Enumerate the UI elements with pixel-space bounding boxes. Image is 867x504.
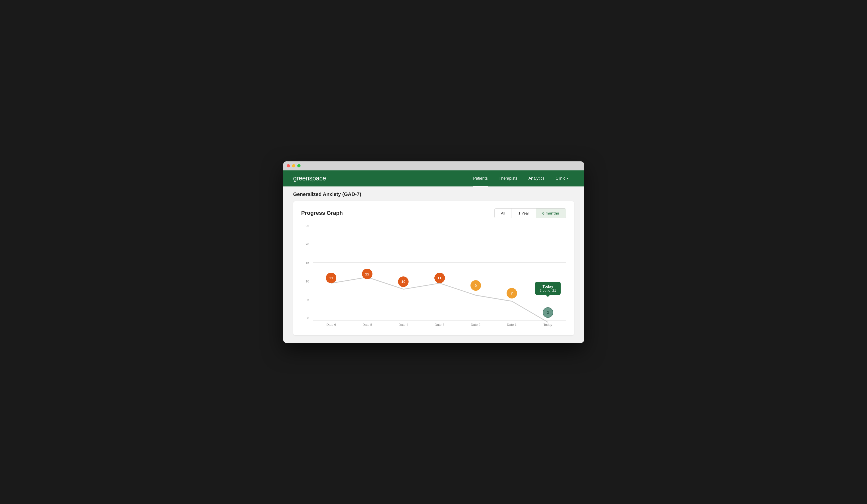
data-point-date5[interactable]: 12 [362, 269, 373, 279]
x-label-date3: Date 3 [421, 323, 458, 326]
nav-clinic[interactable]: Clinic ▾ [550, 170, 574, 186]
x-label-date6: Date 6 [313, 323, 350, 326]
close-button[interactable] [287, 164, 290, 168]
app-logo: greenspace [293, 174, 326, 182]
chart-area: 25 20 15 10 5 0 [301, 224, 566, 329]
y-label-0: 0 [307, 316, 311, 320]
chart-header: Progress Graph All 1 Year 6 months [301, 208, 566, 218]
data-point-date1[interactable]: 7 [506, 288, 517, 299]
y-label-20: 20 [306, 242, 311, 246]
x-label-date4: Date 4 [385, 323, 421, 326]
x-label-date2: Date 2 [458, 323, 494, 326]
app-content: Generalized Anxiety (GAD-7) Progress Gra… [283, 186, 584, 343]
tooltip-title: Today [540, 284, 556, 288]
y-label-10: 10 [306, 279, 311, 283]
x-label-date5: Date 5 [350, 323, 385, 326]
x-axis: Date 6 Date 5 Date 4 Date 3 Date 2 Date … [313, 320, 566, 329]
nav-therapists[interactable]: Therapists [493, 170, 523, 186]
app-header: greenspace Patients Therapists Analytics… [283, 170, 584, 186]
chart-card: Progress Graph All 1 Year 6 months 25 20… [293, 201, 574, 335]
tooltip: Today 2 out of 21 [535, 282, 561, 295]
time-filter: All 1 Year 6 months [494, 208, 566, 218]
chevron-down-icon: ▾ [567, 177, 568, 180]
chart-plot: 11 12 10 11 9 [313, 224, 566, 320]
data-point-date2[interactable]: 9 [470, 280, 481, 291]
chart-title: Progress Graph [301, 210, 343, 216]
data-point-today[interactable]: 2 [543, 307, 553, 318]
filter-all[interactable]: All [494, 208, 512, 218]
chart-line [331, 277, 548, 322]
nav-patients[interactable]: Patients [468, 170, 493, 186]
main-nav: Patients Therapists Analytics Clinic ▾ [468, 170, 574, 186]
nav-analytics[interactable]: Analytics [523, 170, 550, 186]
data-point-date4[interactable]: 10 [398, 277, 409, 287]
titlebar [283, 161, 584, 170]
filter-1year[interactable]: 1 Year [512, 208, 536, 218]
mac-window: greenspace Patients Therapists Analytics… [283, 161, 584, 343]
section-title: Generalized Anxiety (GAD-7) [293, 192, 574, 197]
data-point-date3[interactable]: 11 [435, 273, 445, 283]
y-label-15: 15 [306, 261, 311, 265]
filter-6months[interactable]: 6 months [536, 208, 566, 218]
x-label-today: Today [530, 323, 566, 326]
y-axis: 25 20 15 10 5 0 [301, 224, 311, 320]
y-label-25: 25 [306, 224, 311, 228]
maximize-button[interactable] [297, 164, 301, 168]
x-label-date1: Date 1 [494, 323, 530, 326]
minimize-button[interactable] [292, 164, 295, 168]
line-chart-svg [313, 224, 566, 320]
data-point-date6[interactable]: 11 [326, 273, 336, 283]
tooltip-line1: 2 out of 21 [540, 288, 556, 292]
y-label-5: 5 [307, 298, 311, 302]
